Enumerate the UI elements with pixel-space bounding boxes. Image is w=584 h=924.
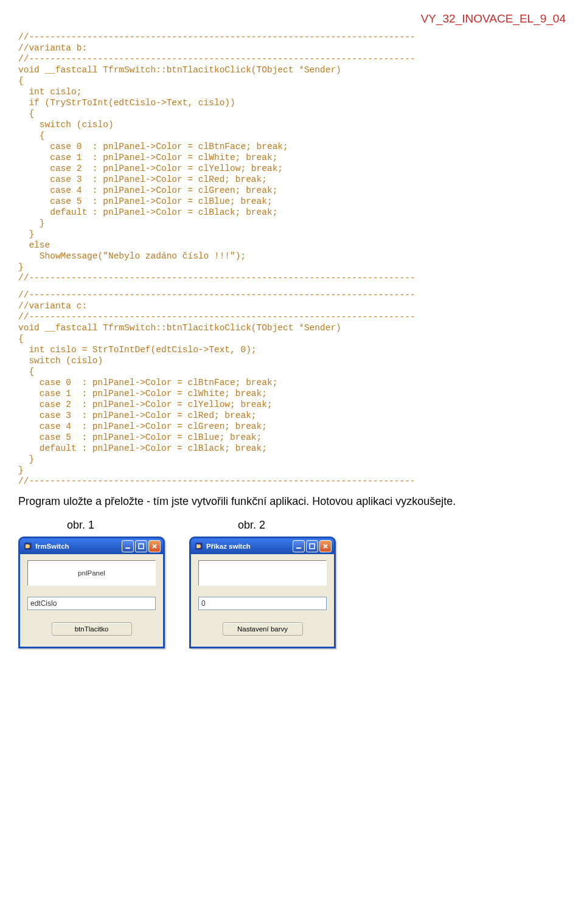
- btntlacitko-button[interactable]: Nastavení barvy: [223, 622, 303, 636]
- code-variant-b: //--------------------------------------…: [18, 32, 566, 283]
- maximize-button[interactable]: [306, 540, 318, 552]
- edtcislo-value: 0: [201, 599, 206, 608]
- edtcislo-value: edtCislo: [30, 599, 57, 608]
- delphi-app-icon: [195, 542, 203, 551]
- svg-rect-1: [125, 547, 130, 549]
- close-button[interactable]: [148, 540, 161, 552]
- edtcislo-input[interactable]: edtCislo: [27, 597, 156, 610]
- svg-rect-2: [139, 544, 144, 549]
- prikaz-switch-title: Příkaz switch: [206, 543, 251, 550]
- client-area: 0 Nastavení barvy: [191, 554, 334, 647]
- figures-row: obr. 1 frmSwitch: [18, 519, 566, 648]
- frmswitch-titlebar[interactable]: frmSwitch: [20, 538, 163, 554]
- document-id: VY_32_INOVACE_EL_9_04: [18, 12, 566, 26]
- pnlpanel-text: pnlPanel: [78, 569, 105, 577]
- prikaz-switch-titlebar[interactable]: Příkaz switch: [191, 538, 334, 554]
- frmswitch-window: frmSwitch pnlPanel edtCislo: [18, 537, 165, 648]
- svg-rect-5: [310, 544, 315, 549]
- frmswitch-title: frmSwitch: [35, 543, 69, 550]
- svg-rect-4: [296, 547, 301, 549]
- client-area: pnlPanel edtCislo btnTlacitko: [20, 554, 163, 647]
- minimize-button[interactable]: [293, 540, 305, 552]
- maximize-button[interactable]: [135, 540, 147, 552]
- figure-1-caption: obr. 1: [67, 519, 94, 532]
- btntlacitko-label: Nastavení barvy: [237, 625, 288, 633]
- edtcislo-input[interactable]: 0: [198, 597, 327, 610]
- pnlpanel-output: [198, 560, 327, 586]
- delphi-app-icon: [24, 542, 32, 551]
- code-variant-c: //--------------------------------------…: [18, 290, 566, 487]
- prikaz-switch-window: Příkaz switch 0: [189, 537, 336, 648]
- figure-1: obr. 1 frmSwitch: [18, 519, 165, 648]
- figure-2-caption: obr. 2: [238, 519, 265, 532]
- figure-2: obr. 2 Příkaz switch: [189, 519, 336, 648]
- instruction-paragraph: Program uložte a přeložte - tím jste vyt…: [18, 495, 566, 508]
- btntlacitko-label: btnTlacitko: [75, 625, 109, 633]
- minimize-button[interactable]: [122, 540, 134, 552]
- btntlacitko-button[interactable]: btnTlacitko: [52, 622, 132, 636]
- close-button[interactable]: [319, 540, 332, 552]
- pnlpanel-output: pnlPanel: [27, 560, 156, 586]
